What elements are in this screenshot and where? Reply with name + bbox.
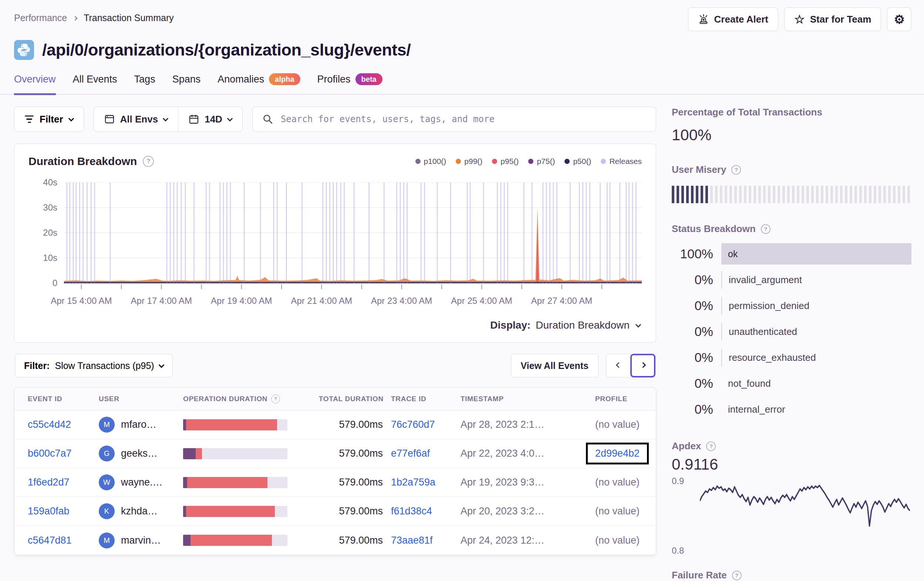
legend-item-p95[interactable]: p95() bbox=[492, 157, 518, 166]
view-all-events-label: View All Events bbox=[521, 361, 589, 371]
legend-item-p50[interactable]: p50() bbox=[564, 157, 591, 166]
misery-tick bbox=[782, 186, 785, 203]
tab-overview[interactable]: Overview bbox=[14, 73, 56, 95]
trace-id-link[interactable]: f61d38c4 bbox=[391, 505, 432, 516]
python-platform-icon bbox=[14, 40, 34, 60]
help-icon[interactable]: ? bbox=[143, 156, 154, 167]
bar-segment-purple bbox=[183, 419, 186, 430]
misery-tick bbox=[744, 186, 746, 203]
trace-id-link[interactable]: 73aae81f bbox=[391, 535, 433, 546]
user-name: marvin… bbox=[121, 535, 161, 546]
trace-id-cell: f61d38c4 bbox=[391, 505, 460, 517]
y-axis-label: 30s bbox=[43, 202, 57, 213]
user-misery-section: User Misery ? bbox=[672, 164, 911, 203]
transaction-filter-label: Filter: bbox=[24, 361, 50, 371]
star-for-team-button[interactable]: ☆ Star for Team bbox=[784, 7, 881, 31]
column-header-label: PROFILE bbox=[595, 395, 627, 403]
tab-anomalies[interactable]: Anomaliesalpha bbox=[218, 73, 300, 95]
date-range-selector[interactable]: 14D bbox=[178, 107, 242, 131]
column-header-operation-duration[interactable]: OPERATION DURATION? bbox=[183, 394, 313, 403]
view-all-events-button[interactable]: View All Events bbox=[511, 354, 599, 377]
misery-tick bbox=[696, 186, 698, 203]
tab-spans[interactable]: Spans bbox=[172, 73, 201, 95]
bar-segment-purple bbox=[183, 477, 187, 488]
misery-tick bbox=[672, 186, 674, 203]
status-label: not_found bbox=[721, 374, 911, 392]
trace-id-link[interactable]: e77ef6af bbox=[391, 448, 430, 459]
help-icon[interactable]: ? bbox=[271, 394, 280, 403]
main-column: Filter All Envs 14D bbox=[14, 107, 656, 555]
previous-page-button[interactable] bbox=[606, 354, 631, 377]
misery-tick bbox=[898, 186, 900, 203]
legend-item-p75[interactable]: p75() bbox=[528, 157, 555, 166]
tab-profiles[interactable]: Profilesbeta bbox=[317, 73, 383, 95]
filter-row: Filter All Envs 14D bbox=[14, 107, 656, 132]
filter-button[interactable]: Filter bbox=[14, 107, 84, 132]
column-header-user[interactable]: USER bbox=[99, 395, 183, 403]
help-icon[interactable]: ? bbox=[761, 224, 771, 234]
legend-item-releases[interactable]: Releases bbox=[601, 157, 642, 166]
apdex-label: Apdex bbox=[672, 440, 701, 452]
user-misery-bar bbox=[672, 186, 911, 203]
column-header-total-duration[interactable]: TOTAL DURATION bbox=[313, 395, 391, 403]
legend-item-p99[interactable]: p99() bbox=[456, 157, 482, 166]
title-row: /api/0/organizations/{organization_slug}… bbox=[0, 31, 924, 60]
misery-tick bbox=[874, 186, 876, 203]
breadcrumb-performance[interactable]: Performance bbox=[14, 13, 67, 23]
pagination bbox=[606, 354, 655, 377]
profile-link[interactable]: 2d99e4b2 bbox=[595, 448, 640, 459]
status-row-internal-error: 0%internal_error bbox=[672, 398, 911, 420]
help-icon[interactable]: ? bbox=[706, 442, 716, 451]
misery-tick bbox=[691, 186, 693, 203]
user-name: geeks… bbox=[121, 448, 158, 459]
create-alert-button[interactable]: Create Alert bbox=[688, 7, 778, 31]
env-date-group: All Envs 14D bbox=[94, 107, 243, 132]
column-header-event-id[interactable]: EVENT ID bbox=[28, 395, 99, 403]
trace-id-link[interactable]: 76c760d7 bbox=[391, 419, 435, 430]
misery-tick bbox=[705, 186, 708, 203]
misery-tick bbox=[878, 186, 881, 203]
event-id-link[interactable]: 159a0fab bbox=[28, 505, 69, 516]
timestamp-cell: Apr 22, 2023 4:0… bbox=[460, 448, 582, 459]
event-id-link[interactable]: 1f6ed2d7 bbox=[28, 477, 69, 488]
chevron-down-icon bbox=[227, 116, 233, 121]
event-id-link[interactable]: b600c7a7 bbox=[28, 448, 72, 459]
bar-segment-red bbox=[186, 506, 275, 517]
help-icon[interactable]: ? bbox=[732, 571, 742, 580]
next-page-button[interactable] bbox=[630, 354, 655, 377]
timestamp-cell: Apr 20, 2023 3:2… bbox=[460, 505, 582, 517]
misery-tick bbox=[893, 186, 896, 203]
misery-tick bbox=[826, 186, 828, 203]
legend-label: Releases bbox=[609, 157, 642, 166]
legend-item-p100[interactable]: p100() bbox=[416, 157, 447, 166]
misery-tick bbox=[701, 186, 703, 203]
search-input[interactable] bbox=[280, 114, 646, 125]
column-header-timestamp[interactable]: TIMESTAMP bbox=[460, 395, 582, 403]
misery-tick bbox=[830, 186, 833, 203]
table-row: c55c4d42Mmfaro…579.00ms76c760d7Apr 28, 2… bbox=[15, 411, 656, 439]
event-id-link[interactable]: c55c4d42 bbox=[28, 419, 71, 430]
event-id-link[interactable]: c5647d81 bbox=[28, 535, 72, 546]
misery-tick bbox=[724, 186, 727, 203]
misery-tick bbox=[903, 186, 905, 203]
status-row-not-found: 0%not_found bbox=[672, 372, 911, 394]
misery-tick bbox=[787, 186, 790, 203]
help-icon[interactable]: ? bbox=[731, 165, 741, 175]
settings-button[interactable]: ⚙ bbox=[887, 7, 911, 31]
profile-cell: (no value) bbox=[582, 477, 642, 488]
column-header-profile[interactable]: PROFILE bbox=[582, 395, 642, 403]
environment-selector[interactable]: All Envs bbox=[94, 107, 178, 131]
trace-id-link[interactable]: 1b2a759a bbox=[391, 477, 436, 488]
trace-id-cell: 76c760d7 bbox=[391, 419, 460, 430]
percentage-section: Percentage of Total Transactions 100% bbox=[672, 107, 911, 144]
display-selector[interactable]: Display: Duration Breakdown bbox=[28, 308, 642, 337]
transaction-filter-selector[interactable]: Filter: Slow Transactions (p95) bbox=[15, 354, 173, 377]
column-header-label: TOTAL DURATION bbox=[319, 395, 384, 403]
tab-all-events[interactable]: All Events bbox=[73, 73, 117, 95]
column-header-trace-id[interactable]: TRACE ID bbox=[391, 395, 460, 403]
failure-rate-label: Failure Rate bbox=[672, 569, 727, 581]
duration-chart: 40s30s20s10s0 Apr 15 4:00 AMApr 17 4:00 … bbox=[28, 182, 642, 308]
user-name: mfaro… bbox=[121, 419, 157, 430]
total-duration-cell: 579.00ms bbox=[313, 448, 391, 459]
tab-tags[interactable]: Tags bbox=[134, 73, 155, 95]
